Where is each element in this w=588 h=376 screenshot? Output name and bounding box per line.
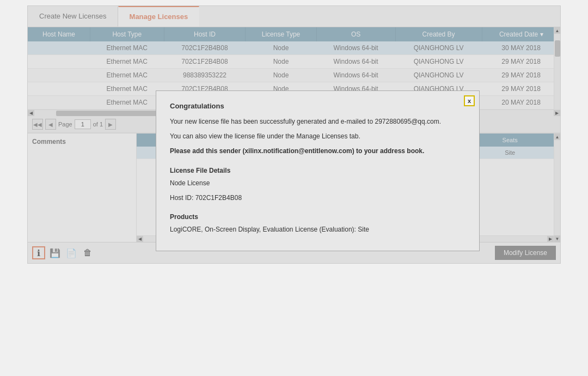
modal-body-line3: Please add this sender (xilinx.notificat… [170,147,424,155]
modal-products: LogiCORE, On-Screen Display, Evaluation … [170,225,465,235]
modal-license-type: Node License [170,178,465,189]
modal-details-title: License File Details [170,166,465,176]
modal-body-line1: Your new license file has been successfu… [170,118,441,125]
congratulations-modal: x Congratulations Your new license file … [156,90,480,251]
modal-title: Congratulations [170,102,465,110]
modal-body: Your new license file has been successfu… [170,117,465,235]
modal-body-line2: You can also view the license file under… [170,132,360,140]
modal-products-title: Products [170,212,465,222]
modal-host-id: Host ID: 702C1F2B4B08 [170,193,465,203]
modal-overlay: x Congratulations Your new license file … [28,6,560,263]
modal-close-button[interactable]: x [464,95,475,106]
